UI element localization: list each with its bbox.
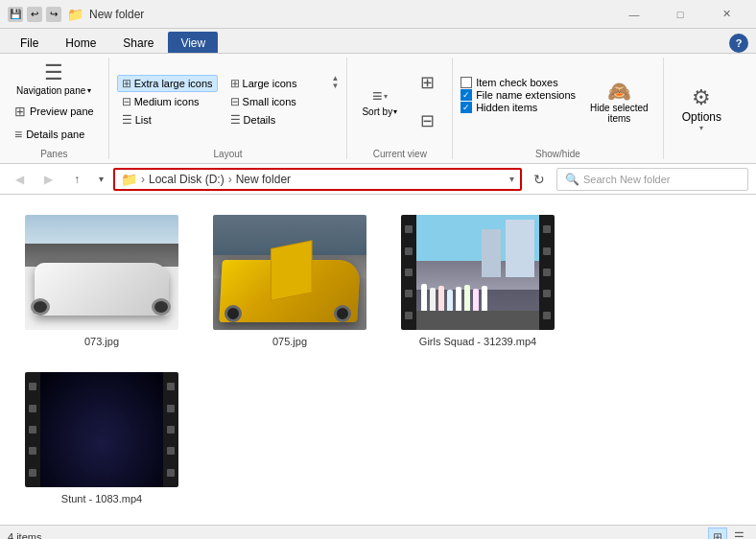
path-dropdown-arrow[interactable]: ▾ xyxy=(509,174,514,184)
item-checkboxes-cb[interactable] xyxy=(461,77,472,88)
title-folder-icon: 📁 xyxy=(67,7,83,22)
back-button[interactable]: ◀ xyxy=(8,168,31,191)
file-name-stunt: Stunt - 1083.mp4 xyxy=(61,493,142,504)
search-box[interactable]: 🔍 Search New folder xyxy=(556,168,748,191)
list-item[interactable]: 073.jpg xyxy=(15,210,188,352)
group-by-icon: ⊞ xyxy=(420,72,435,93)
refresh-button[interactable]: ↻ xyxy=(528,168,551,191)
up-button[interactable]: ↑ xyxy=(65,168,88,191)
list-icon: ☰ xyxy=(122,113,132,127)
recent-locations-button[interactable]: ▾ xyxy=(94,168,107,191)
title-bar-icons: 💾 ↩ ↪ xyxy=(8,7,61,22)
tab-share[interactable]: Share xyxy=(110,32,166,53)
ribbon-group-options: ⚙ Options ▾ xyxy=(672,58,740,159)
filmstrip-stunt: 🏍 xyxy=(25,372,178,487)
checkboxes-section: Item check boxes ✓ File name extensions … xyxy=(461,77,576,113)
maximize-button[interactable]: □ xyxy=(658,0,702,29)
layout-list[interactable]: ☰ List xyxy=(117,111,218,129)
group-by-button[interactable]: ⊞ xyxy=(410,65,444,100)
layout-medium[interactable]: ⊟ Medium icons xyxy=(117,93,218,110)
navigation-pane-icon: ☰ xyxy=(44,60,63,85)
file-thumbnail-girls xyxy=(401,215,555,330)
preview-pane-button[interactable]: ⊞ Preview pane xyxy=(8,101,101,122)
file-name-girls: Girls Squad - 31239.mp4 xyxy=(419,336,536,347)
address-path[interactable]: 📁 › Local Disk (D:) › New folder ▾ xyxy=(113,168,522,191)
layout-large[interactable]: ⊞ Large icons xyxy=(225,75,326,92)
navigation-pane-label: Navigation pane ▾ xyxy=(16,85,91,96)
large-icons-view-btn[interactable]: ⊞ xyxy=(708,527,727,540)
tab-view[interactable]: View xyxy=(168,32,218,53)
hide-selected-button[interactable]: 🙈 Hide selecteditems xyxy=(583,77,655,127)
hidden-items-row[interactable]: ✓ Hidden items xyxy=(461,102,576,113)
status-bar: 4 items ⊞ ☰ xyxy=(0,525,756,539)
options-button[interactable]: ⚙ Options ▾ xyxy=(672,81,732,137)
path-new-folder: New folder xyxy=(236,173,291,186)
ribbon-group-layout: ⊞ Extra large icons ⊞ Large icons ⊟ Medi… xyxy=(117,58,348,159)
ribbon-group-show-hide: Item check boxes ✓ File name extensions … xyxy=(461,58,664,159)
layout-grid: ⊞ Extra large icons ⊞ Large icons ⊟ Medi… xyxy=(117,75,326,129)
forward-button[interactable]: ▶ xyxy=(36,168,59,191)
ribbon-group-sort: ≡ ▾ Sort by ▾ ⊞ ⊟ Cu xyxy=(355,58,453,159)
show-hide-group-label: Show/hide xyxy=(461,145,655,159)
tab-home[interactable]: Home xyxy=(53,32,108,53)
list-item[interactable]: Girls Squad - 31239.mp4 xyxy=(391,210,564,352)
hide-selected-icon: 🙈 xyxy=(607,80,631,103)
small-icon: ⊟ xyxy=(230,95,240,108)
add-columns-icon: ⊟ xyxy=(420,110,435,131)
medium-icon: ⊟ xyxy=(122,95,131,108)
ribbon-group-panes: ☰ Navigation pane ▾ ⊞ Preview pane ≡ Det… xyxy=(8,58,109,159)
add-columns-button[interactable]: ⊟ xyxy=(410,104,444,138)
quick-access-save[interactable]: 💾 xyxy=(8,7,23,22)
hidden-items-cb[interactable]: ✓ xyxy=(461,102,472,113)
title-bar: 💾 ↩ ↪ 📁 New folder — □ ✕ xyxy=(0,0,756,29)
sort-by-button[interactable]: ≡ ▾ Sort by ▾ xyxy=(355,82,404,122)
options-content: ⚙ Options ▾ xyxy=(672,58,732,159)
sort-icon: ≡ xyxy=(372,86,383,106)
layout-group-content: ⊞ Extra large icons ⊞ Large icons ⊟ Medi… xyxy=(117,58,340,145)
help-button[interactable]: ? xyxy=(729,34,748,53)
filmstrip-girls xyxy=(401,215,555,330)
ribbon-tabs: File Home Share View ? xyxy=(0,29,756,54)
layout-extra-large[interactable]: ⊞ Extra large icons xyxy=(117,75,218,92)
sort-group-label: Current view xyxy=(355,145,444,159)
sort-by-label: Sort by ▾ xyxy=(362,106,397,117)
file-name-extensions-row[interactable]: ✓ File name extensions xyxy=(461,89,576,101)
options-icon: ⚙ xyxy=(692,85,711,110)
file-thumbnail-073 xyxy=(25,215,178,330)
ribbon-body: ☰ Navigation pane ▾ ⊞ Preview pane ≡ Det… xyxy=(0,54,756,164)
options-arrow: ▾ xyxy=(699,124,703,132)
layout-details[interactable]: ☰ Details xyxy=(225,111,326,129)
file-thumbnail-stunt: 🏍 xyxy=(25,372,178,487)
show-hide-content: Item check boxes ✓ File name extensions … xyxy=(461,58,655,145)
details-pane-button[interactable]: ≡ Details pane xyxy=(8,124,91,145)
file-name-extensions-cb[interactable]: ✓ xyxy=(461,89,472,101)
hide-selected-label: Hide selecteditems xyxy=(590,103,649,124)
window-title: New folder xyxy=(89,8,612,21)
navigation-pane-button[interactable]: ☰ Navigation pane ▾ xyxy=(8,58,100,99)
path-local-disk: Local Disk (D:) xyxy=(149,173,224,186)
item-count: 4 items xyxy=(8,531,41,540)
item-checkboxes-row[interactable]: Item check boxes xyxy=(461,77,576,88)
tab-file[interactable]: File xyxy=(8,32,51,53)
quick-access-redo[interactable]: ↪ xyxy=(46,7,61,22)
layout-group-label: Layout xyxy=(117,145,340,159)
panes-group-content: ☰ Navigation pane ▾ ⊞ Preview pane ≡ Det… xyxy=(8,58,101,145)
list-item[interactable]: 075.jpg xyxy=(203,210,376,352)
details-icon: ☰ xyxy=(230,113,241,127)
list-item[interactable]: 🏍 Stunt - 1083.mp4 xyxy=(15,367,188,509)
details-view-btn[interactable]: ☰ xyxy=(729,527,748,540)
search-icon: 🔍 xyxy=(565,173,579,186)
file-thumbnail-075 xyxy=(213,215,366,330)
file-area: 073.jpg 075.jpg xyxy=(0,195,756,525)
details-pane-icon: ≡ xyxy=(14,127,22,142)
quick-access-undo[interactable]: ↩ xyxy=(27,7,42,22)
layout-small[interactable]: ⊟ Small icons xyxy=(225,93,326,110)
view-toggle: ⊞ ☰ xyxy=(708,527,748,540)
close-button[interactable]: ✕ xyxy=(704,0,748,29)
file-name-075: 075.jpg xyxy=(272,336,307,347)
address-bar: ◀ ▶ ↑ ▾ 📁 › Local Disk (D:) › New folder… xyxy=(0,164,756,195)
search-placeholder: Search New folder xyxy=(583,174,740,185)
window-controls: — □ ✕ xyxy=(612,0,748,29)
layout-scroll-arrows[interactable]: ▲ ▼ xyxy=(332,75,340,92)
minimize-button[interactable]: — xyxy=(612,0,656,29)
